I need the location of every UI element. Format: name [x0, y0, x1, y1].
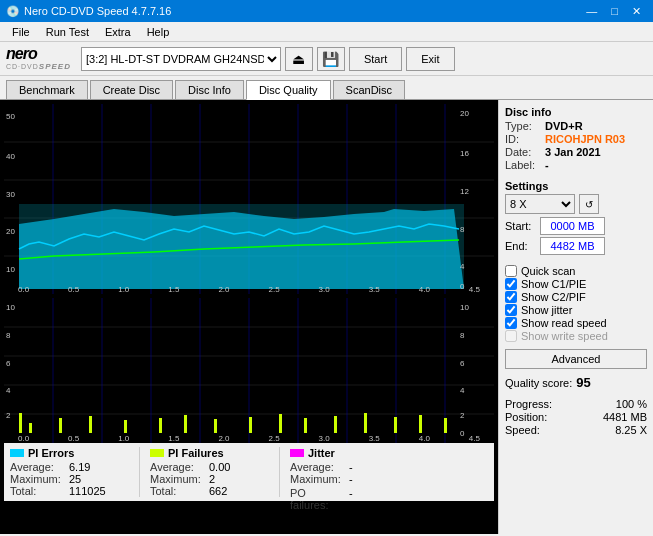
pi-errors-total-value: 111025	[69, 485, 106, 497]
svg-text:20: 20	[6, 227, 15, 236]
tab-bar: Benchmark Create Disc Disc Info Disc Qua…	[0, 76, 653, 100]
exit-button[interactable]: Exit	[406, 47, 454, 71]
show-read-speed-label: Show read speed	[521, 317, 607, 329]
menu-extra[interactable]: Extra	[97, 24, 139, 39]
pi-errors-total-label: Total:	[10, 485, 65, 497]
pi-failures-avg-value: 0.00	[209, 461, 230, 473]
tab-create-disc[interactable]: Create Disc	[90, 80, 173, 99]
svg-text:10: 10	[460, 303, 469, 312]
pi-failures-stats: PI Failures Average: 0.00 Maximum: 2 Tot…	[150, 447, 280, 497]
quality-label: Quality score:	[505, 377, 572, 389]
svg-rect-53	[364, 413, 367, 433]
minimize-button[interactable]: —	[580, 3, 603, 19]
show-c1pie-checkbox[interactable]	[505, 278, 517, 290]
pi-failures-legend-color	[150, 449, 164, 457]
bottom-chart-svg: 10 8 6 4 2 10 8 6 4 2 0	[4, 298, 494, 443]
top-chart: 50 40 30 20 10 20 16 12 8 4 0 0.0 0.5 1.…	[4, 104, 494, 294]
svg-rect-43	[59, 418, 62, 433]
pi-failures-max-label: Maximum:	[150, 473, 205, 485]
settings-title: Settings	[505, 180, 647, 192]
menu-file[interactable]: File	[4, 24, 38, 39]
tab-disc-quality[interactable]: Disc Quality	[246, 80, 331, 100]
date-value: 3 Jan 2021	[545, 146, 601, 158]
eject-button[interactable]: ⏏	[285, 47, 313, 71]
pi-failures-legend-label: PI Failures	[168, 447, 224, 459]
po-failures-label: PO failures:	[290, 487, 345, 511]
show-write-speed-row: Show write speed	[505, 330, 647, 342]
settings-icon[interactable]: ↺	[579, 194, 599, 214]
pi-errors-max-label: Maximum:	[10, 473, 65, 485]
show-c1pie-label: Show C1/PIE	[521, 278, 586, 290]
jitter-avg-value: -	[349, 461, 353, 473]
svg-text:2: 2	[460, 411, 465, 420]
svg-marker-15	[19, 204, 464, 289]
show-c2pif-checkbox[interactable]	[505, 291, 517, 303]
main-content: 50 40 30 20 10 20 16 12 8 4 0 0.0 0.5 1.…	[0, 100, 653, 534]
drive-select[interactable]: [3:2] HL-DT-ST DVDRAM GH24NSD0 LH00	[81, 47, 281, 71]
toolbar: nero CD·DVDSPEED [3:2] HL-DT-ST DVDRAM G…	[0, 42, 653, 76]
svg-rect-51	[304, 418, 307, 433]
show-jitter-checkbox[interactable]	[505, 304, 517, 316]
nero-logo: nero CD·DVDSPEED	[6, 46, 71, 71]
svg-rect-55	[419, 415, 422, 433]
show-read-speed-checkbox[interactable]	[505, 317, 517, 329]
position-label: Position:	[505, 411, 547, 423]
svg-text:8: 8	[6, 331, 11, 340]
top-chart-x-axis: 0.0 0.5 1.0 1.5 2.0 2.5 3.0 3.5 4.0 4.5	[18, 285, 480, 294]
svg-rect-47	[184, 415, 187, 433]
svg-rect-49	[249, 417, 252, 433]
bottom-chart-x-axis: 0.0 0.5 1.0 1.5 2.0 2.5 3.0 3.5 4.0 4.5	[18, 434, 480, 443]
id-value: RICOHJPN R03	[545, 133, 625, 145]
show-read-speed-row: Show read speed	[505, 317, 647, 329]
po-failures-value: -	[349, 487, 353, 511]
close-button[interactable]: ✕	[626, 3, 647, 19]
jitter-max-value: -	[349, 473, 353, 485]
speed-label: Speed:	[505, 424, 540, 436]
svg-text:20: 20	[460, 109, 469, 118]
quick-scan-checkbox[interactable]	[505, 265, 517, 277]
pi-failures-max-value: 2	[209, 473, 215, 485]
svg-text:4: 4	[460, 386, 465, 395]
checkboxes-section: Quick scan Show C1/PIE Show C2/PIF Show …	[505, 265, 647, 343]
pi-errors-avg-value: 6.19	[69, 461, 90, 473]
window-controls: — □ ✕	[580, 3, 647, 19]
progress-label: Progress:	[505, 398, 552, 410]
save-button[interactable]: 💾	[317, 47, 345, 71]
progress-value: 100 %	[616, 398, 647, 410]
pi-failures-avg-label: Average:	[150, 461, 205, 473]
show-c2pif-label: Show C2/PIF	[521, 291, 586, 303]
jitter-max-label: Maximum:	[290, 473, 345, 485]
settings-section: Settings 8 X ↺ Start: End:	[505, 180, 647, 257]
start-input[interactable]	[540, 217, 605, 235]
svg-text:40: 40	[6, 152, 15, 161]
svg-rect-41	[19, 413, 22, 433]
stats-bar: PI Errors Average: 6.19 Maximum: 25 Tota…	[4, 443, 494, 501]
tab-scan-disc[interactable]: ScanDisc	[333, 80, 405, 99]
show-jitter-row: Show jitter	[505, 304, 647, 316]
tab-benchmark[interactable]: Benchmark	[6, 80, 88, 99]
disc-label-value: -	[545, 159, 549, 171]
svg-rect-50	[279, 414, 282, 433]
pi-failures-total-label: Total:	[150, 485, 205, 497]
svg-text:4: 4	[460, 262, 465, 271]
type-value: DVD+R	[545, 120, 583, 132]
quick-scan-row: Quick scan	[505, 265, 647, 277]
maximize-button[interactable]: □	[605, 3, 624, 19]
advanced-button[interactable]: Advanced	[505, 349, 647, 369]
svg-text:30: 30	[6, 190, 15, 199]
menu-help[interactable]: Help	[139, 24, 178, 39]
svg-text:16: 16	[460, 149, 469, 158]
quality-section: Quality score: 95	[505, 373, 647, 390]
speed-select[interactable]: 8 X	[505, 194, 575, 214]
menu-run-test[interactable]: Run Test	[38, 24, 97, 39]
tab-disc-info[interactable]: Disc Info	[175, 80, 244, 99]
svg-rect-56	[444, 418, 447, 433]
menu-bar: File Run Test Extra Help	[0, 22, 653, 42]
start-button[interactable]: Start	[349, 47, 402, 71]
start-label: Start:	[505, 220, 540, 232]
svg-rect-54	[394, 417, 397, 433]
type-label: Type:	[505, 120, 545, 132]
app-title: 💿 Nero CD-DVD Speed 4.7.7.16	[6, 5, 171, 18]
end-input[interactable]	[540, 237, 605, 255]
speed-value: 8.25 X	[615, 424, 647, 436]
